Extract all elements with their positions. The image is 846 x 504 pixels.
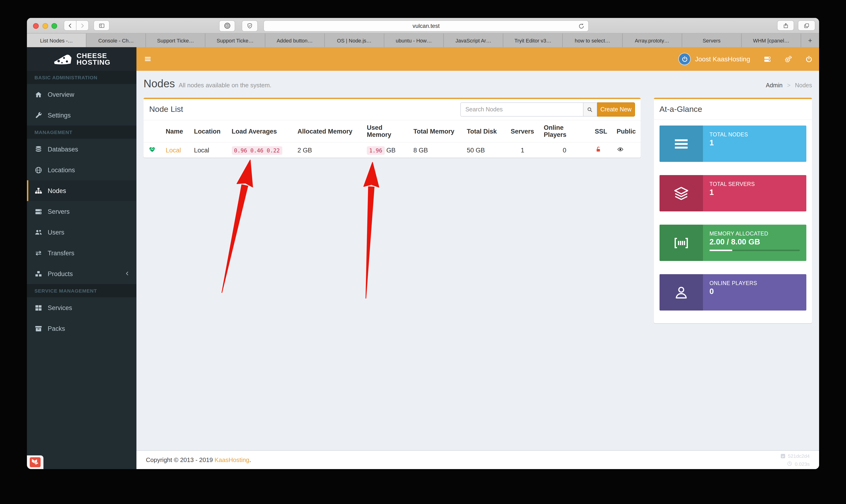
shield-extension-button[interactable] bbox=[242, 20, 258, 31]
tab-os-nodejs[interactable]: OS | Node.js… bbox=[325, 34, 384, 47]
column-total-memory: Total Memory bbox=[409, 120, 462, 142]
column-name: Name bbox=[161, 120, 189, 142]
shield-check-icon bbox=[246, 22, 253, 29]
brand-logo[interactable]: CHEESE HOSTING bbox=[27, 47, 137, 71]
server-icon bbox=[763, 55, 771, 63]
tab-servers[interactable]: Servers bbox=[682, 34, 741, 47]
sidebar-item-products[interactable]: Products bbox=[27, 263, 137, 284]
reload-icon[interactable] bbox=[578, 22, 585, 30]
column-allocated-memory: Allocated Memory bbox=[293, 120, 362, 142]
load-averages-badge: 0.96 0.46 0.22 bbox=[232, 146, 282, 155]
tab-whm-cpanel[interactable]: WHM [cpanel… bbox=[742, 34, 801, 47]
tab-console[interactable]: Console - Ch… bbox=[86, 34, 146, 47]
create-new-button[interactable]: Create New bbox=[597, 103, 635, 116]
sitemap-icon bbox=[34, 187, 42, 195]
used-memory-badge: 1.96 bbox=[367, 146, 385, 155]
page-subtitle: All nodes available on the system. bbox=[179, 82, 271, 89]
column-ssl: SSL bbox=[590, 120, 612, 142]
power-icon bbox=[805, 55, 813, 63]
breadcrumb-admin[interactable]: Admin bbox=[766, 82, 782, 89]
sidebar-item-services[interactable]: Services bbox=[27, 297, 137, 318]
zoom-window-button[interactable] bbox=[51, 23, 57, 29]
back-button[interactable] bbox=[64, 20, 76, 31]
sidebar-item-overview[interactable]: Overview bbox=[27, 84, 137, 105]
node-list-title: Node List bbox=[149, 105, 183, 114]
chevron-left-icon bbox=[67, 22, 73, 29]
topbar: Joost KaasHosting bbox=[137, 47, 819, 71]
sidebar-item-packs[interactable]: Packs bbox=[27, 318, 137, 339]
topbar-servers-button[interactable] bbox=[757, 47, 778, 71]
sidebar-item-databases[interactable]: Databases bbox=[27, 139, 137, 160]
sidebar-item-locations[interactable]: Locations bbox=[27, 160, 137, 180]
sidebar-item-servers[interactable]: Servers bbox=[27, 201, 137, 222]
hamburger-icon bbox=[144, 55, 152, 63]
sidebar-item-nodes[interactable]: Nodes bbox=[27, 180, 137, 201]
user-menu[interactable]: Joost KaasHosting bbox=[672, 47, 757, 71]
card-value: 2.00 / 8.00 GB bbox=[709, 237, 800, 246]
close-window-button[interactable] bbox=[33, 23, 39, 29]
browser-toolbar: vulcan.test bbox=[27, 18, 819, 34]
laravel-icon bbox=[30, 457, 40, 467]
sidebar-item-transfers[interactable]: Transfers bbox=[27, 242, 137, 263]
server-icon bbox=[34, 208, 42, 215]
memory-icon bbox=[659, 224, 703, 261]
tab-how-to-select[interactable]: how to select… bbox=[563, 34, 622, 47]
footer: Copyright © 2013 - 2019 KaasHosting. 521… bbox=[137, 450, 819, 469]
column-online-players: Online Players bbox=[539, 120, 590, 142]
column-status bbox=[143, 120, 161, 142]
at-a-glance-title: At-a-Glance bbox=[659, 105, 702, 114]
heartbeat-icon bbox=[148, 146, 156, 153]
forward-button[interactable] bbox=[76, 20, 89, 31]
chevron-left-icon bbox=[125, 271, 130, 276]
search-icon bbox=[587, 106, 593, 112]
tab-javascript[interactable]: JavaScript Ar… bbox=[444, 34, 503, 47]
tab-tryit-editor[interactable]: Tryit Editor v3… bbox=[504, 34, 563, 47]
at-a-glance-panel: At-a-Glance TOTAL NODES 1 bbox=[654, 98, 812, 323]
kaashosting-link[interactable]: KaasHosting bbox=[215, 456, 249, 464]
node-name-link[interactable]: Local bbox=[166, 146, 181, 154]
tab-support-2[interactable]: Support Ticke… bbox=[206, 34, 265, 47]
card-label: ONLINE PLAYERS bbox=[709, 280, 800, 286]
search-input[interactable] bbox=[460, 103, 583, 116]
memory-progress-bar bbox=[709, 250, 800, 251]
page-title: Nodes bbox=[143, 77, 175, 90]
url-text: vulcan.test bbox=[412, 22, 440, 29]
sidebar-item-users[interactable]: Users bbox=[27, 222, 137, 242]
total-nodes-card: TOTAL NODES 1 bbox=[659, 126, 806, 162]
database-icon bbox=[34, 145, 42, 153]
table-row: Local Local 0.96 0.46 0.22 2 GB 1.96 GB … bbox=[143, 142, 640, 158]
tab-ubuntu[interactable]: ubuntu - How… bbox=[384, 34, 444, 47]
tab-support-1[interactable]: Support Ticke… bbox=[146, 34, 206, 47]
laravel-debugbar-button[interactable] bbox=[27, 455, 43, 469]
power-logo-icon bbox=[681, 55, 688, 62]
tab-array-prototype[interactable]: Array.prototy… bbox=[622, 34, 682, 47]
copyright-text: Copyright © 2013 - 2019 KaasHosting. bbox=[146, 456, 251, 464]
total-disk-value: 50 GB bbox=[462, 142, 506, 158]
share-button[interactable] bbox=[777, 20, 794, 31]
tabs-icon bbox=[804, 22, 810, 29]
column-total-disk: Total Disk bbox=[462, 120, 506, 142]
tab-added-button[interactable]: Added button… bbox=[265, 34, 324, 47]
sidebar-item-settings[interactable]: Settings bbox=[27, 105, 137, 126]
nodes-table: Name Location Load Averages Allocated Me… bbox=[143, 120, 640, 158]
sidebar-section-service-management: SERVICE MANAGEMENT bbox=[27, 284, 137, 297]
allocated-memory-value: 2 GB bbox=[293, 142, 362, 158]
sidebar: CHEESE HOSTING BASIC ADMINISTRATION Over… bbox=[27, 47, 137, 469]
content-area: Nodes All nodes available on the system.… bbox=[137, 71, 819, 450]
new-tab-button[interactable]: + bbox=[801, 34, 819, 47]
password-extension-button[interactable] bbox=[219, 20, 235, 31]
column-used-memory: Used Memory bbox=[362, 120, 409, 142]
address-bar[interactable]: vulcan.test bbox=[263, 20, 589, 31]
total-servers-card: TOTAL SERVERS 1 bbox=[659, 175, 806, 212]
screenshot-stage: vulcan.test List Nodes -… Console - Ch… … bbox=[0, 0, 846, 504]
tab-list-nodes[interactable]: List Nodes -… bbox=[27, 34, 86, 47]
topbar-logout-button[interactable] bbox=[798, 47, 819, 71]
card-label: TOTAL SERVERS bbox=[709, 181, 800, 187]
topbar-settings-button[interactable] bbox=[778, 47, 798, 71]
search-button[interactable] bbox=[583, 103, 597, 116]
sidebar-toggle-button[interactable] bbox=[93, 20, 109, 31]
tab-overview-button[interactable] bbox=[798, 20, 815, 31]
minimize-window-button[interactable] bbox=[42, 23, 48, 29]
sidebar-collapse-button[interactable] bbox=[137, 47, 159, 71]
clock-icon bbox=[787, 461, 792, 467]
